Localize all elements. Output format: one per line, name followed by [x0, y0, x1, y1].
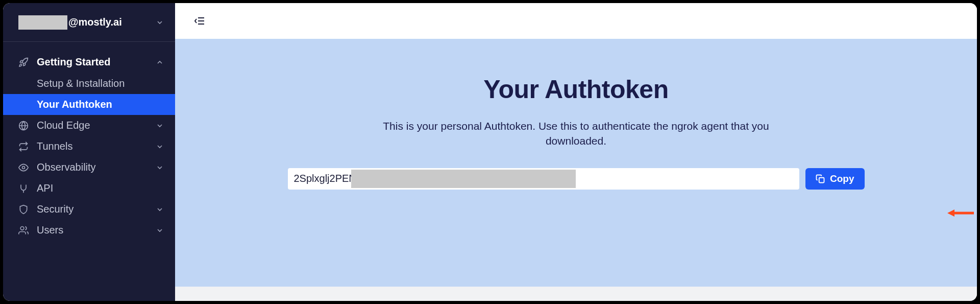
users-icon: [18, 225, 29, 236]
svg-point-2: [22, 166, 25, 169]
authtoken-field[interactable]: 2Splxglj2PEN: [288, 168, 800, 190]
nav-item-label: Security: [37, 203, 148, 215]
svg-point-4: [20, 226, 24, 230]
main: Your Authtoken This is your personal Aut…: [175, 3, 977, 301]
token-row: 2Splxglj2PEN Copy: [288, 168, 865, 190]
authtoken-value: 2Splxglj2PEN: [294, 173, 356, 184]
nav-item-security[interactable]: Security: [3, 199, 175, 220]
svg-marker-10: [947, 209, 954, 217]
chevron-down-icon: [156, 163, 164, 172]
redacted-mask: [18, 15, 67, 30]
svg-rect-8: [819, 178, 824, 183]
email-domain: @mostly.ai: [68, 16, 122, 28]
rocket-icon: [18, 57, 29, 67]
collapse-sidebar-icon[interactable]: [193, 15, 206, 27]
account-switcher[interactable]: @mostly.ai: [3, 3, 175, 42]
nav-item-label: Cloud Edge: [37, 120, 148, 131]
eye-icon: [18, 162, 29, 173]
nav-item-your-authtoken[interactable]: Your Authtoken: [3, 94, 175, 115]
nav-item-api[interactable]: API: [3, 178, 175, 199]
nav-item-tunnels[interactable]: Tunnels: [3, 136, 175, 157]
chevron-down-icon: [156, 226, 164, 235]
footer-strip: [175, 287, 977, 301]
globe-icon: [18, 121, 29, 131]
page-title: Your Authtoken: [483, 75, 668, 104]
nav-item-label: Setup & Installation: [37, 78, 164, 89]
nav-item-users[interactable]: Users: [3, 220, 175, 241]
redacted-mask: [351, 170, 576, 188]
nav-item-label: Your Authtoken: [37, 99, 164, 110]
nav-item-observability[interactable]: Observability: [3, 157, 175, 178]
copy-button-label: Copy: [830, 173, 854, 184]
chevron-down-icon: [156, 18, 164, 27]
chevron-down-icon: [156, 122, 164, 130]
annotation-arrow: [947, 208, 974, 218]
nav-section-getting-started[interactable]: Getting Started: [3, 51, 175, 73]
nav-item-cloud-edge[interactable]: Cloud Edge: [3, 115, 175, 136]
chevron-up-icon: [156, 58, 164, 66]
copy-icon: [816, 174, 825, 183]
nav-section-label: Getting Started: [37, 56, 148, 68]
nav-item-label: Observability: [37, 161, 148, 173]
nav-item-label: API: [37, 182, 164, 194]
user-email: @mostly.ai: [18, 15, 156, 30]
nav-item-label: Users: [37, 224, 148, 236]
content: Your Authtoken This is your personal Aut…: [175, 39, 977, 287]
nav: Getting Started Setup & Installation You…: [3, 42, 175, 241]
sidebar: @mostly.ai Getting Started Setup & Insta…: [3, 3, 175, 301]
topbar: [175, 3, 977, 39]
nav-item-setup-installation[interactable]: Setup & Installation: [3, 73, 175, 94]
nav-item-label: Tunnels: [37, 141, 148, 152]
page-description: This is your personal Authtoken. Use thi…: [367, 119, 786, 149]
connector-icon: [18, 183, 29, 194]
transfer-icon: [18, 142, 29, 152]
chevron-down-icon: [156, 205, 164, 214]
copy-button[interactable]: Copy: [805, 168, 865, 190]
chevron-down-icon: [156, 143, 164, 151]
shield-icon: [18, 204, 29, 215]
